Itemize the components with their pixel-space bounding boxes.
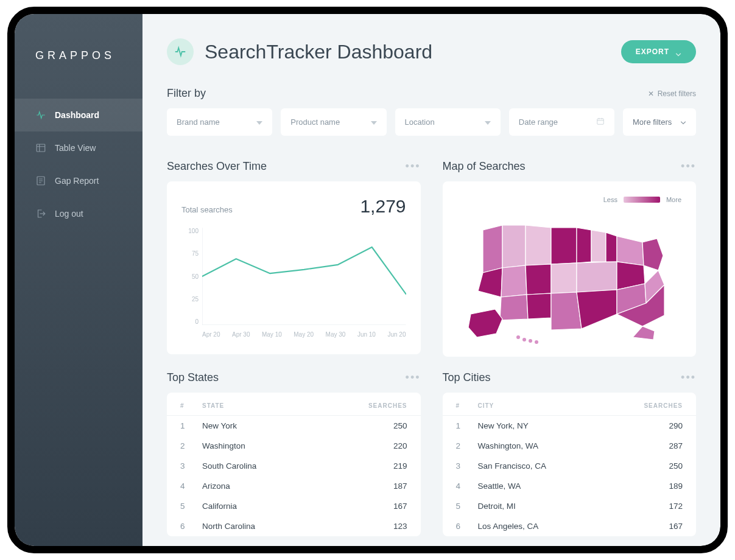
filter-date-range[interactable]: Date range — [509, 108, 614, 136]
cell-name: New York — [202, 421, 353, 430]
cell-value: 250 — [353, 421, 407, 430]
total-searches-value: 1,279 — [360, 196, 406, 217]
filter-more[interactable]: More filters — [623, 108, 696, 136]
cell-index: 3 — [456, 461, 478, 471]
table-row[interactable]: 1New York250 — [167, 416, 421, 436]
cell-index: 2 — [180, 441, 202, 450]
table-body: 1New York2502Washington2203South Carolin… — [167, 416, 421, 536]
cell-name: Los Angeles, CA — [478, 522, 628, 531]
card-map: Less More — [443, 181, 697, 357]
sidebar-item-logout[interactable]: Log out — [15, 197, 142, 230]
filter-label: Date range — [519, 117, 558, 127]
cell-name: Detroit, MI — [478, 502, 628, 511]
table-row[interactable]: 5Detroit, MI172 — [443, 496, 697, 516]
close-icon: ✕ — [648, 89, 654, 98]
cell-index: 1 — [456, 421, 478, 430]
cell-name: California — [202, 502, 353, 511]
cell-index: 6 — [456, 522, 478, 531]
logout-icon — [35, 208, 46, 219]
sidebar-item-gap-report[interactable]: Gap Report — [15, 164, 142, 197]
svg-point-3 — [516, 335, 520, 339]
th-index: # — [456, 402, 478, 409]
table-icon — [35, 142, 46, 153]
filter-brand[interactable]: Brand name — [167, 108, 272, 136]
x-tick: Jun 10 — [357, 331, 376, 338]
x-tick: Apr 30 — [232, 331, 250, 338]
sidebar-item-table-view[interactable]: Table View — [15, 131, 142, 164]
filter-row: Brand name Product name Location Date ra… — [167, 108, 696, 136]
cell-name: San Francisco, CA — [478, 461, 628, 471]
cell-index: 6 — [180, 522, 202, 531]
total-searches-label: Total searches — [181, 205, 233, 214]
cell-value: 287 — [628, 441, 683, 450]
cell-name: South Carolina — [202, 461, 353, 471]
panel-menu-button[interactable]: ••• — [681, 371, 696, 384]
panel-menu-button[interactable]: ••• — [406, 160, 421, 173]
page-header: SearchTracker Dashboard EXPORT — [167, 38, 696, 65]
table-top-cities: # CITY SEARCHES 1New York, NY2902Washing… — [443, 393, 697, 536]
table-row[interactable]: 4Arizona187 — [167, 476, 421, 496]
panel-title: Top Cities — [443, 371, 491, 384]
pulse-icon — [167, 38, 194, 65]
panel-map-of-searches: Map of Searches ••• Less More — [443, 160, 697, 357]
cell-value: 123 — [353, 522, 407, 531]
x-tick: May 10 — [262, 331, 282, 338]
panel-top-cities: Top Cities ••• # CITY SEARCHES 1New York… — [443, 371, 697, 536]
table-row[interactable]: 6Los Angeles, CA167 — [443, 516, 697, 536]
y-tick: 75 — [181, 250, 199, 257]
cell-name: Washington — [202, 441, 353, 450]
nav: Dashboard Table View Gap Report — [15, 99, 142, 230]
sidebar-item-dashboard[interactable]: Dashboard — [15, 99, 142, 131]
cell-value: 172 — [628, 502, 683, 511]
caret-down-icon — [485, 117, 491, 127]
cell-index: 4 — [456, 481, 478, 491]
panel-top-states: Top States ••• # STATE SEARCHES 1New Yor… — [167, 371, 421, 536]
cell-value: 220 — [353, 441, 407, 450]
cell-name: Seattle, WA — [478, 481, 628, 491]
brand-logo: GRAPPOS — [15, 25, 142, 99]
svg-rect-0 — [37, 144, 45, 152]
map-legend: Less More — [457, 196, 682, 203]
legend-less-label: Less — [603, 196, 617, 203]
table-row[interactable]: 3South Carolina219 — [167, 456, 421, 476]
cell-value: 167 — [628, 522, 683, 531]
panel-title: Top States — [167, 371, 219, 384]
x-tick: May 20 — [294, 331, 314, 338]
th-state: STATE — [202, 402, 353, 409]
svg-point-6 — [535, 340, 538, 344]
table-row[interactable]: 1New York, NY290 — [443, 416, 697, 436]
x-tick: Apr 20 — [202, 331, 220, 338]
table-row[interactable]: 2Washington220 — [167, 436, 421, 456]
th-searches: SEARCHES — [353, 402, 407, 409]
chevron-down-icon — [675, 50, 681, 54]
line-chart: 1007550250 Apr 20Apr 30May 10May 20May 3… — [181, 228, 406, 343]
y-tick: 0 — [181, 318, 199, 325]
panel-title: Searches Over Time — [167, 160, 267, 173]
report-icon — [35, 175, 46, 186]
table-top-states: # STATE SEARCHES 1New York2502Washington… — [167, 393, 421, 536]
panel-menu-button[interactable]: ••• — [681, 160, 696, 173]
th-index: # — [180, 402, 202, 409]
tablet-frame: GRAPPOS Dashboard Table View — [7, 7, 728, 553]
chevron-down-icon — [680, 117, 686, 127]
filter-label: Location — [405, 117, 435, 127]
filter-location[interactable]: Location — [395, 108, 501, 136]
panel-menu-button[interactable]: ••• — [406, 371, 421, 384]
cell-index: 5 — [456, 502, 478, 511]
table-row[interactable]: 6North Carolina123 — [167, 516, 421, 536]
export-button[interactable]: EXPORT — [621, 40, 696, 63]
reset-filters-button[interactable]: ✕ Reset filters — [648, 89, 696, 98]
cell-index: 4 — [180, 481, 202, 491]
cell-name: Washington, WA — [478, 441, 628, 450]
filter-label: Brand name — [177, 117, 220, 127]
chart-plot — [202, 228, 406, 325]
th-searches: SEARCHES — [628, 402, 683, 409]
filter-label: More filters — [633, 117, 672, 127]
table-row[interactable]: 3San Francisco, CA250 — [443, 456, 697, 476]
filter-label: Product name — [290, 117, 340, 127]
filter-product[interactable]: Product name — [281, 108, 386, 136]
table-row[interactable]: 2Washington, WA287 — [443, 436, 697, 456]
table-row[interactable]: 4Seattle, WA189 — [443, 476, 697, 496]
table-row[interactable]: 5California167 — [167, 496, 421, 516]
x-tick: May 30 — [326, 331, 346, 338]
